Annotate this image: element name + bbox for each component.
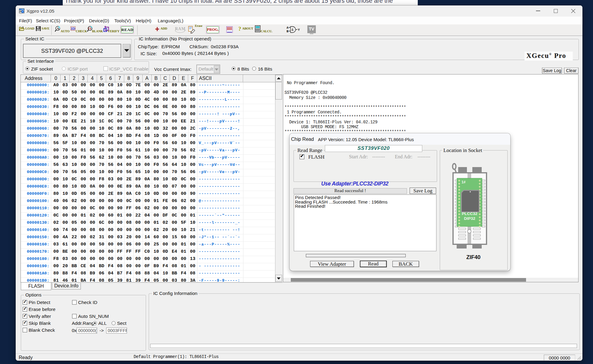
svg-text:A: A (57, 27, 59, 30)
svg-text:&: & (292, 28, 294, 31)
svg-text:Y: Y (298, 28, 300, 32)
svg-text:PLCC32: PLCC32 (462, 211, 477, 216)
svg-text:DIP32: DIP32 (464, 216, 475, 221)
svg-text:FF: FF (88, 27, 92, 30)
svg-text:B: B (287, 30, 289, 33)
svg-text:1#: 1# (461, 180, 466, 184)
svg-text:A: A (287, 26, 289, 30)
svg-text:ID: ID (71, 27, 75, 31)
